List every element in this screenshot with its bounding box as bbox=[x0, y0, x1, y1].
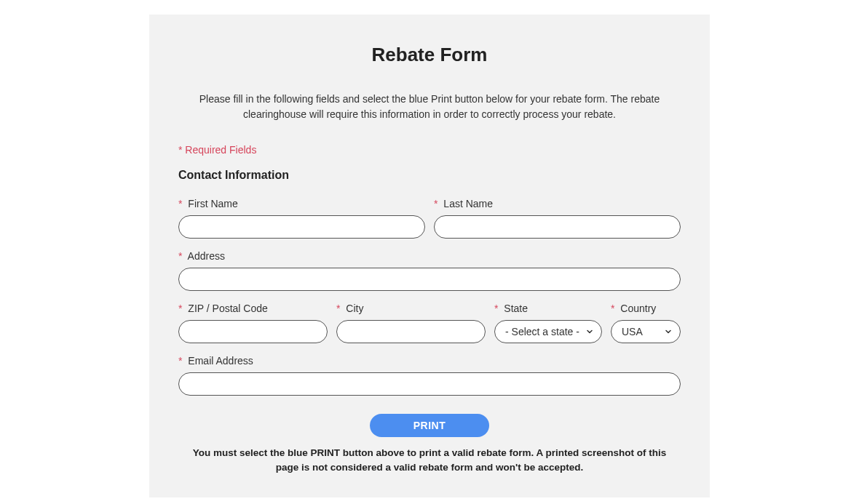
asterisk-icon: * bbox=[178, 303, 182, 314]
label-country-text: Country bbox=[620, 303, 656, 314]
asterisk-icon: * bbox=[178, 198, 182, 209]
label-city: * City bbox=[336, 303, 486, 314]
label-email: * Email Address bbox=[178, 355, 681, 367]
group-address: * Address bbox=[178, 250, 681, 291]
asterisk-icon: * bbox=[494, 303, 498, 314]
label-last-name-text: Last Name bbox=[443, 198, 493, 209]
group-first-name: * First Name bbox=[178, 198, 425, 239]
group-country: * Country USA bbox=[611, 303, 681, 343]
label-first-name-text: First Name bbox=[188, 198, 237, 209]
state-select[interactable]: - Select a state - bbox=[494, 320, 602, 343]
asterisk-icon: * bbox=[178, 355, 182, 367]
label-address: * Address bbox=[178, 250, 681, 262]
row-email: * Email Address bbox=[178, 355, 681, 396]
form-instructions: Please fill in the following fields and … bbox=[178, 92, 681, 122]
label-last-name: * Last Name bbox=[434, 198, 681, 209]
label-email-text: Email Address bbox=[188, 355, 253, 367]
group-last-name: * Last Name bbox=[434, 198, 681, 239]
asterisk-icon: * bbox=[611, 303, 614, 314]
asterisk-icon: * bbox=[178, 250, 182, 262]
label-city-text: City bbox=[346, 303, 363, 314]
asterisk-icon: * bbox=[336, 303, 340, 314]
group-email: * Email Address bbox=[178, 355, 681, 396]
first-name-input[interactable] bbox=[178, 215, 425, 239]
row-address: * Address bbox=[178, 250, 681, 291]
section-heading-contact: Contact Information bbox=[178, 169, 681, 182]
country-select[interactable]: USA bbox=[611, 320, 681, 343]
print-button[interactable]: PRINT bbox=[370, 414, 490, 437]
required-fields-note: * Required Fields bbox=[178, 144, 681, 156]
row-location: * ZIP / Postal Code * City * State - Sel… bbox=[178, 303, 681, 343]
group-zip: * ZIP / Postal Code bbox=[178, 303, 328, 343]
label-state-text: State bbox=[504, 303, 528, 314]
label-address-text: Address bbox=[188, 250, 225, 262]
email-input[interactable] bbox=[178, 372, 681, 396]
label-zip-text: ZIP / Postal Code bbox=[188, 303, 267, 314]
address-input[interactable] bbox=[178, 268, 681, 291]
page-title: Rebate Form bbox=[178, 44, 681, 66]
label-first-name: * First Name bbox=[178, 198, 425, 209]
disclaimer-text: You must select the blue PRINT button ab… bbox=[178, 446, 681, 476]
label-state: * State bbox=[494, 303, 602, 314]
label-country: * Country bbox=[611, 303, 681, 314]
row-name: * First Name * Last Name bbox=[178, 198, 681, 239]
rebate-form-container: Rebate Form Please fill in the following… bbox=[149, 15, 710, 497]
last-name-input[interactable] bbox=[434, 215, 681, 239]
asterisk-icon: * bbox=[434, 198, 438, 209]
group-city: * City bbox=[336, 303, 486, 343]
city-input[interactable] bbox=[336, 320, 486, 343]
print-button-wrap: PRINT bbox=[178, 414, 681, 437]
group-state: * State - Select a state - bbox=[494, 303, 602, 343]
zip-input[interactable] bbox=[178, 320, 328, 343]
label-zip: * ZIP / Postal Code bbox=[178, 303, 328, 314]
